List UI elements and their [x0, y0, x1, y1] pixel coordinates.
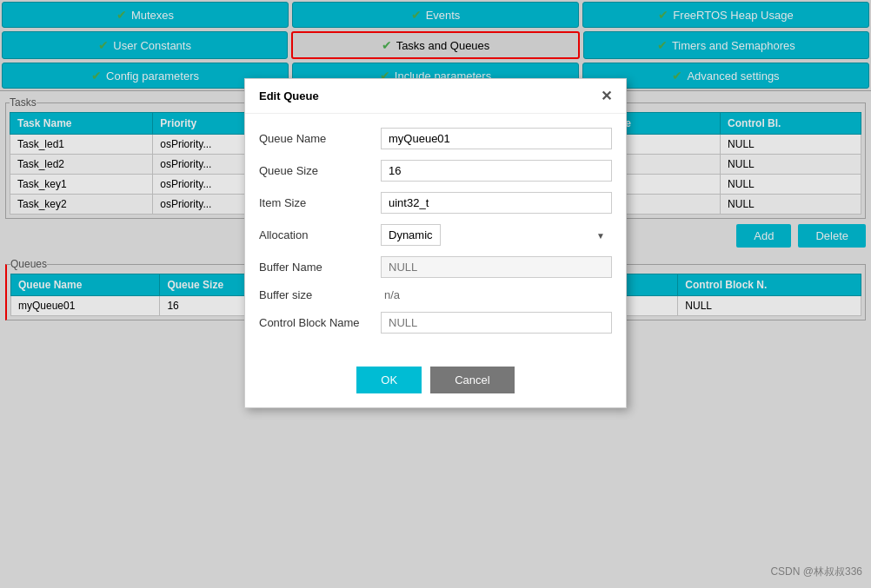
modal-body: Queue Name Queue Size Item Size Allocati… [245, 114, 626, 358]
modal-close-button[interactable]: ✕ [601, 88, 612, 104]
queue-size-row: Queue Size [259, 160, 612, 182]
allocation-label: Allocation [259, 228, 381, 241]
modal-header: Edit Queue ✕ [245, 79, 626, 114]
queue-name-input[interactable] [381, 128, 612, 149]
buffer-size-value: n/a [381, 288, 612, 301]
edit-queue-modal: Edit Queue ✕ Queue Name Queue Size Item … [244, 78, 627, 408]
control-block-row: Control Block Name [259, 312, 612, 334]
modal-footer: OK Cancel [245, 358, 626, 407]
allocation-select[interactable]: Dynamic Static [381, 224, 441, 246]
ok-button[interactable]: OK [356, 367, 422, 393]
queue-size-label: Queue Size [259, 164, 381, 177]
queue-size-input[interactable] [381, 160, 612, 182]
item-size-input[interactable] [381, 192, 612, 214]
control-block-input[interactable] [381, 312, 612, 334]
buffer-size-label: Buffer size [259, 288, 381, 301]
modal-title: Edit Queue [259, 89, 319, 102]
cancel-button[interactable]: Cancel [430, 367, 514, 393]
buffer-name-row: Buffer Name [259, 256, 612, 278]
buffer-name-input[interactable] [381, 256, 612, 278]
allocation-row: Allocation Dynamic Static [259, 224, 612, 246]
control-block-label: Control Block Name [259, 316, 381, 329]
item-size-row: Item Size [259, 192, 612, 214]
modal-overlay: Edit Queue ✕ Queue Name Queue Size Item … [0, 0, 871, 588]
queue-name-row: Queue Name [259, 128, 612, 149]
item-size-label: Item Size [259, 196, 381, 209]
buffer-name-label: Buffer Name [259, 261, 381, 274]
queue-name-label: Queue Name [259, 132, 381, 145]
allocation-select-wrapper: Dynamic Static [381, 224, 612, 246]
buffer-size-row: Buffer size n/a [259, 288, 612, 301]
